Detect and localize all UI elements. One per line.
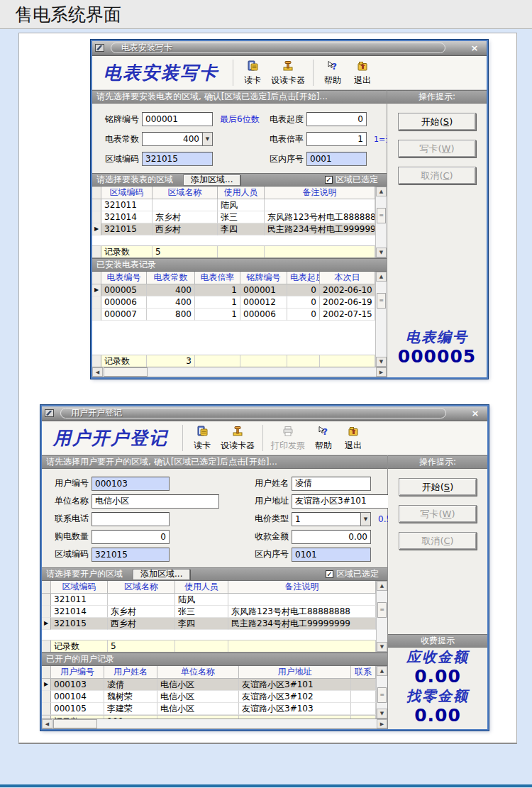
region-selected-checkbox[interactable]: ✓: [325, 176, 333, 184]
user-name-label: 用户姓名: [255, 477, 289, 489]
scrollbar-thumb[interactable]: ≡: [377, 208, 386, 223]
seq-input[interactable]: [292, 548, 371, 562]
vertical-scrollbar[interactable]: ▲ ≡ ▼: [376, 666, 387, 718]
vertical-scrollbar[interactable]: ▲ ≡ ▼: [375, 272, 387, 367]
qty-input[interactable]: [92, 530, 170, 544]
table-footer: 记录数 3: [92, 355, 375, 367]
account-form: 用户编号 用户姓名 单位名称 用户地址: [42, 469, 387, 567]
price-type-dropdown[interactable]: ▼: [292, 512, 371, 526]
start-button[interactable]: 开始(S): [399, 478, 477, 496]
cancel-button[interactable]: 取消(C): [399, 532, 477, 550]
table-row[interactable]: 000105 李建荣 电信小区 友谊路小区3#103: [42, 703, 376, 715]
table-row-selected[interactable]: ▶ 000103 凌倩 电信小区 友谊路小区3#101: [42, 679, 376, 691]
read-card-icon: [196, 426, 208, 439]
close-button[interactable]: ×: [468, 42, 481, 54]
scroll-down-icon[interactable]: ▼: [376, 248, 387, 257]
add-region-button[interactable]: 添加区域...: [183, 174, 240, 186]
row-marker-icon: ▶: [42, 618, 51, 630]
user-no-label: 用户编号: [55, 477, 89, 489]
printer-icon: [282, 426, 294, 439]
table-row-selected[interactable]: ▶ 321015 西乡村 李四 民主路234号村电工99999999: [42, 618, 376, 630]
user-name-input[interactable]: [292, 477, 371, 491]
scroll-up-icon[interactable]: ▲: [377, 581, 387, 591]
region-code-input[interactable]: [92, 548, 170, 562]
scroll-down-icon[interactable]: ▼: [377, 709, 387, 718]
set-reader-button[interactable]: 设读卡器: [217, 424, 258, 453]
price-type-label: 电价类型: [255, 513, 289, 525]
titlebar[interactable]: 电表安装写卡 ×: [92, 41, 487, 56]
read-card-button[interactable]: 读卡: [187, 424, 217, 453]
toolbar-separator: [233, 60, 233, 86]
region-selected-checkbox[interactable]: ✓: [326, 570, 333, 578]
scroll-left-icon[interactable]: ◀: [92, 367, 103, 377]
titlebar[interactable]: 用户开户登记 ×: [42, 406, 487, 421]
toolbar-separator: [182, 425, 183, 451]
table-footer: 记录数 100: [42, 715, 376, 718]
addr-label: 用户地址: [255, 495, 289, 507]
meter-number-label: 电表编号: [387, 328, 487, 347]
exit-button[interactable]: 退出: [348, 59, 377, 87]
scrollbar-thumb[interactable]: [53, 719, 97, 728]
vertical-scrollbar[interactable]: ▲ ≡ ▼: [375, 187, 387, 257]
dropdown-arrow-icon[interactable]: ▼: [202, 132, 213, 146]
vertical-scrollbar[interactable]: ▲ ≡ ▼: [376, 581, 387, 652]
close-button[interactable]: ×: [469, 407, 482, 419]
users-table-header: 用户编号 用户姓名 单位名称 用户地址 联系: [42, 666, 376, 679]
table-row[interactable]: 321014 东乡村 张三 东风路123号村电工88888888: [42, 606, 376, 618]
cancel-button[interactable]: 取消(C): [398, 167, 476, 184]
table-row[interactable]: 321011 陆风: [92, 199, 375, 211]
scrollbar-thumb[interactable]: ≡: [377, 687, 387, 703]
phone-input[interactable]: [92, 512, 170, 526]
scroll-down-icon[interactable]: ▼: [376, 357, 387, 367]
horizontal-scrollbar[interactable]: ◀ ▶: [42, 719, 387, 729]
table-row[interactable]: 000104 魏树荣 电信小区 友谊路小区3#102: [42, 691, 376, 703]
scrollbar-thumb[interactable]: ≡: [377, 293, 386, 309]
print-invoice-button[interactable]: 打印发票: [267, 424, 309, 453]
region-code-input[interactable]: [142, 152, 213, 166]
table-row-selected[interactable]: ▶ 321015 西乡村 李四 民主路234号村电工99999999: [92, 223, 375, 235]
table-row-selected[interactable]: ▶ 000005 400 1 000001 0 2002-06-10: [92, 284, 375, 296]
write-card-button[interactable]: 写卡(W): [398, 140, 476, 157]
scrollbar-thumb[interactable]: ≡: [377, 602, 387, 618]
set-reader-button[interactable]: 设读卡器: [267, 59, 309, 87]
scroll-up-icon[interactable]: ▲: [377, 666, 387, 676]
table-row[interactable]: 321014 东乡村 张三 东风路123号村电工88888888: [92, 211, 375, 223]
amount-input[interactable]: [292, 530, 371, 544]
start-reading-input[interactable]: [306, 112, 367, 126]
table-row[interactable]: 000006 400 1 000012 0 2002-06-19: [92, 296, 375, 309]
read-card-button[interactable]: 读卡: [238, 59, 267, 87]
app-title: 用户开户登记: [42, 426, 178, 450]
user-no-input[interactable]: [92, 477, 170, 491]
constant-dropdown[interactable]: ▼: [142, 132, 213, 146]
meter-form: 铭牌编号 最后6位数 电表起度 电表常数 ▼: [92, 104, 387, 173]
help-button[interactable]: ? 帮助: [309, 424, 338, 453]
seq-input[interactable]: [306, 152, 367, 166]
scrollbar-thumb[interactable]: [104, 367, 148, 377]
scroll-right-icon[interactable]: ▶: [376, 367, 387, 377]
nameplate-input[interactable]: [142, 112, 213, 126]
scroll-up-icon[interactable]: ▲: [376, 187, 387, 196]
scroll-left-icon[interactable]: ◀: [42, 719, 52, 728]
ratio-input[interactable]: [306, 132, 367, 146]
table-row[interactable]: 000007 800 1 000006 0 2002-07-15: [92, 309, 375, 321]
constant-value[interactable]: [142, 132, 202, 146]
window-icon: [95, 44, 104, 54]
price-type-value[interactable]: [292, 512, 360, 526]
write-card-button[interactable]: 写卡(W): [399, 505, 477, 523]
start-button[interactable]: 开始(S): [398, 113, 476, 131]
table-row[interactable]: 321011 陆风: [42, 594, 376, 606]
unit-input[interactable]: [92, 494, 219, 509]
region-section-bar: 请选择要开户的区域 添加区域... ✓ 区域已选定: [42, 567, 387, 581]
horizontal-scrollbar[interactable]: ◀ ▶: [92, 367, 387, 377]
scroll-down-icon[interactable]: ▼: [377, 642, 387, 652]
exit-button[interactable]: 退出: [338, 424, 368, 453]
dropdown-arrow-icon[interactable]: ▼: [360, 512, 371, 526]
qty-label: 购电数量: [55, 531, 89, 543]
help-button[interactable]: ? 帮助: [318, 59, 348, 87]
toolbar: 用户开户登记 读卡 设读卡器 打印发票 ? 帮助 退出: [42, 421, 487, 455]
add-region-button[interactable]: 添加区域...: [133, 569, 190, 580]
scroll-right-icon[interactable]: ▶: [377, 719, 387, 728]
svg-text:?: ?: [332, 60, 338, 71]
scroll-up-icon[interactable]: ▲: [376, 272, 387, 282]
nameplate-label: 铭牌编号: [105, 113, 139, 126]
